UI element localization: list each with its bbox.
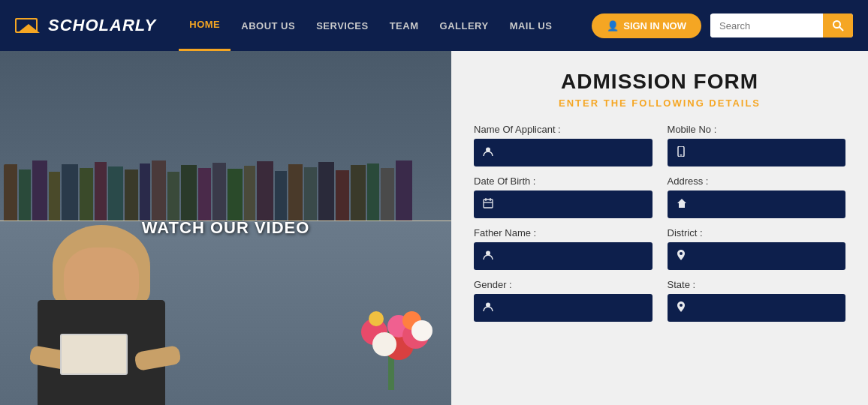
form-subtitle: ENTER THE FOLLOWING DETAILS <box>474 98 845 109</box>
book <box>212 163 226 220</box>
label-state: State : <box>668 279 845 290</box>
nav-item-gallery[interactable]: GALLERY <box>429 0 499 51</box>
book <box>181 165 197 220</box>
book <box>4 164 17 220</box>
input-wrapper-state <box>668 294 845 322</box>
search-button[interactable] <box>823 14 853 38</box>
book <box>257 161 273 220</box>
input-wrapper-district <box>668 242 845 270</box>
input-name[interactable] <box>499 147 643 158</box>
book <box>152 160 166 220</box>
svg-point-14 <box>680 252 683 255</box>
input-gender[interactable] <box>499 302 643 314</box>
navbar: SCHOLARLY HOME ABOUT US SERVICES TEAM GA… <box>0 0 868 51</box>
form-group-address: Address : <box>668 176 845 218</box>
input-wrapper-dob <box>474 190 652 218</box>
label-district: District : <box>668 227 845 238</box>
svg-rect-8 <box>484 200 493 208</box>
input-wrapper-father <box>474 242 652 270</box>
input-district[interactable] <box>692 250 836 262</box>
form-panel: ADMISSION FORM ENTER THE FOLLOWING DETAI… <box>451 51 868 405</box>
signin-icon: 👤 <box>607 20 619 32</box>
book <box>336 170 349 220</box>
user-icon-gender <box>483 302 493 314</box>
form-group-name: Name Of Applicant : <box>474 124 652 166</box>
home-icon <box>677 198 687 211</box>
search-icon <box>832 20 844 32</box>
svg-rect-7 <box>680 154 682 156</box>
book <box>80 168 93 220</box>
book <box>167 172 179 220</box>
book <box>288 164 303 220</box>
logo[interactable]: SCHOLARLY <box>15 15 156 36</box>
input-father[interactable] <box>499 250 643 262</box>
input-wrapper-name <box>474 139 652 166</box>
lower-area <box>0 221 451 405</box>
book <box>244 166 255 220</box>
input-address[interactable] <box>693 199 836 210</box>
label-father: Father Name : <box>474 227 652 238</box>
phone-icon <box>677 146 686 159</box>
signin-button[interactable]: 👤 SIGN IN NOW <box>592 14 701 38</box>
logo-text: SCHOLARLY <box>48 16 156 35</box>
book <box>95 162 107 220</box>
bookshelf-area <box>0 51 451 228</box>
hero-panel: WATCH OUR VIDEO <box>0 51 451 405</box>
search-container <box>710 14 853 38</box>
location-icon-district <box>677 250 686 262</box>
book <box>367 164 379 220</box>
book <box>108 166 123 220</box>
book <box>198 168 211 220</box>
input-wrapper-gender <box>474 294 652 322</box>
input-state[interactable] <box>692 302 836 314</box>
label-gender: Gender : <box>474 279 652 290</box>
label-name: Name Of Applicant : <box>474 124 652 135</box>
nav-item-about[interactable]: ABOUT US <box>231 0 306 51</box>
book <box>304 167 317 220</box>
book <box>49 172 60 220</box>
nav-item-team[interactable]: TEAM <box>379 0 429 51</box>
logo-icon <box>15 15 42 36</box>
user-icon-father <box>483 250 493 262</box>
watch-our-video-text[interactable]: WATCH OUR VIDEO <box>142 218 310 238</box>
nav-item-services[interactable]: SERVICES <box>306 0 379 51</box>
form-group-father: Father Name : <box>474 227 652 270</box>
book <box>396 160 412 220</box>
nav-right: 👤 SIGN IN NOW <box>592 14 853 38</box>
svg-point-3 <box>833 21 840 28</box>
flowers <box>346 285 436 390</box>
svg-line-4 <box>839 27 843 31</box>
book <box>32 160 47 220</box>
input-mobile[interactable] <box>692 147 836 158</box>
book <box>228 169 243 220</box>
svg-point-16 <box>680 304 683 307</box>
input-wrapper-mobile <box>668 139 845 166</box>
svg-marker-12 <box>677 199 686 208</box>
person-area <box>23 225 188 405</box>
label-dob: Date Of Birth : <box>474 176 652 187</box>
form-group-state: State : <box>668 279 845 322</box>
input-dob[interactable] <box>499 199 643 210</box>
signin-label: SIGN IN NOW <box>623 20 686 32</box>
nav-item-home[interactable]: HOME <box>179 0 231 51</box>
nav-links: HOME ABOUT US SERVICES TEAM GALLERY MAIL… <box>179 0 592 51</box>
books-row <box>0 157 451 220</box>
search-input[interactable] <box>710 14 823 38</box>
label-mobile: Mobile No : <box>668 124 845 135</box>
form-grid: Name Of Applicant : Mobile No : <box>474 124 845 322</box>
book <box>275 171 287 220</box>
form-group-district: District : <box>668 227 845 270</box>
label-address: Address : <box>668 176 845 187</box>
nav-item-mail[interactable]: MAIL US <box>499 0 563 51</box>
location-icon-state <box>677 302 686 314</box>
form-group-mobile: Mobile No : <box>668 124 845 166</box>
calendar-icon <box>483 198 493 211</box>
form-title: ADMISSION FORM <box>474 70 845 94</box>
book <box>140 164 150 220</box>
user-icon-name <box>483 146 493 159</box>
book <box>62 164 78 220</box>
input-wrapper-address <box>668 190 845 218</box>
form-group-dob: Date Of Birth : <box>474 176 652 218</box>
main-content: WATCH OUR VIDEO ADMISSION FORM ENTER THE… <box>0 51 868 405</box>
book <box>318 162 334 220</box>
